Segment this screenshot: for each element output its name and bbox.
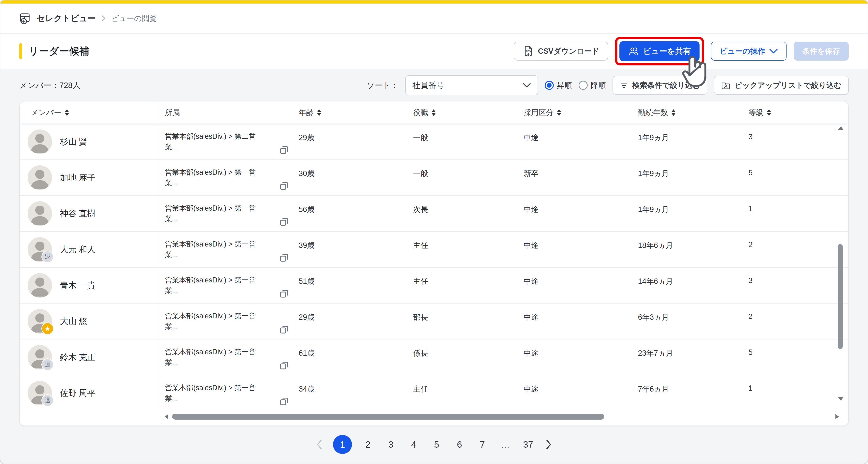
page-button[interactable]: 2 [361, 435, 375, 454]
table-row[interactable]: 退 佐野 周平 営業本部(salesDiv.) > 第一営業... 34歳 主任… [20, 375, 848, 411]
department-text: 営業本部(salesDiv.) > 第一営業... [165, 382, 268, 404]
recruitment-cell: 中途 [524, 124, 638, 160]
sort-arrows-icon[interactable] [767, 109, 771, 116]
ascending-label: 昇順 [557, 80, 572, 90]
prev-page-button[interactable] [315, 438, 324, 451]
duplicate-window-icon[interactable] [279, 288, 289, 299]
select-view-icon [19, 12, 32, 25]
table-row[interactable]: 青木 一貴 営業本部(salesDiv.) > 第一営業... 51歳 主任 中… [20, 268, 848, 303]
department-cell: 営業本部(salesDiv.) > 第一営業... [159, 375, 299, 411]
member-name[interactable]: 青木 一貴 [60, 280, 95, 291]
view-operations-label: ビューの操作 [720, 46, 765, 56]
duplicate-window-icon[interactable] [279, 324, 289, 335]
vertical-scrollbar-thumb[interactable] [838, 244, 843, 349]
status-badge: 退 [41, 251, 54, 263]
radio-ascending[interactable]: 昇順 [545, 80, 572, 90]
duplicate-window-icon[interactable] [279, 396, 289, 407]
next-page-button[interactable] [544, 438, 553, 451]
vertical-scrollbar[interactable] [837, 102, 845, 408]
sort-arrows-icon[interactable] [672, 109, 676, 116]
page-button[interactable]: 3 [384, 435, 398, 454]
tenure-cell: 1年9ヵ月 [638, 160, 748, 195]
avatar: ★ [28, 309, 52, 334]
member-cell: 神谷 直樹 [20, 196, 159, 231]
member-name[interactable]: 大元 和人 [60, 244, 95, 255]
sort-arrows-icon[interactable] [432, 109, 436, 116]
scroll-up-arrow[interactable] [838, 126, 843, 130]
sort-arrows-icon[interactable] [65, 109, 69, 116]
horizontal-scrollbar[interactable] [165, 413, 827, 420]
title-row: リーダー候補 CSV CSVダウンロード [0, 33, 868, 69]
member-cell: 退 鈴木 克正 [20, 340, 159, 375]
column-header[interactable]: 勤続年数 [638, 108, 748, 118]
breadcrumb-root[interactable]: セレクトビュー [37, 13, 96, 24]
age-cell: 30歳 [299, 160, 413, 195]
member-name[interactable]: 鈴木 克正 [60, 352, 95, 363]
horizontal-scrollbar-track[interactable] [172, 414, 827, 419]
sort-select[interactable]: 社員番号 [405, 76, 538, 95]
table-row[interactable]: ★ 大山 悠 営業本部(salesDiv.) > 第一営業... 29歳 部長 … [20, 303, 848, 340]
descending-label: 降順 [591, 80, 606, 90]
table-row[interactable]: 加地 麻子 営業本部(salesDiv.) > 第一営業... 30歳 一般 新… [20, 160, 848, 196]
duplicate-window-icon[interactable] [279, 216, 289, 227]
member-name[interactable]: 大山 悠 [60, 316, 87, 327]
duplicate-window-icon[interactable] [279, 144, 289, 155]
avatar: 退 [28, 381, 52, 405]
column-header[interactable]: 採用区分 [524, 108, 638, 118]
column-header[interactable]: 年齢 [299, 108, 413, 118]
pagination: 1234567…37 [19, 435, 849, 454]
page-button[interactable]: 6 [453, 435, 466, 454]
column-header-label: 所属 [165, 108, 180, 118]
column-header[interactable]: 役職 [413, 108, 524, 118]
position-cell: 主任 [413, 375, 524, 411]
member-cell: ★ 大山 悠 [20, 303, 159, 339]
duplicate-window-icon[interactable] [279, 360, 289, 371]
column-header[interactable]: 等級 [748, 108, 831, 118]
breadcrumb-chevron-icon [101, 14, 106, 22]
save-conditions-button[interactable]: 条件を保存 [794, 41, 849, 61]
scroll-down-arrow[interactable] [838, 397, 843, 401]
member-name[interactable]: 加地 麻子 [60, 172, 95, 183]
person-photo-placeholder [28, 165, 52, 190]
age-cell: 39歳 [299, 232, 413, 267]
position-cell: 係長 [413, 340, 524, 375]
recruitment-cell: 中途 [524, 303, 638, 339]
table-row[interactable]: 退 大元 和人 営業本部(salesDiv.) > 第一営業... 39歳 主任… [20, 232, 848, 268]
recruitment-cell: 新卒 [524, 160, 638, 195]
age-cell: 56歳 [299, 196, 413, 231]
sort-arrows-icon[interactable] [557, 109, 561, 116]
breadcrumb-current: ビューの閲覧 [111, 13, 157, 24]
radio-descending[interactable]: 降順 [579, 80, 606, 90]
page-button[interactable]: 1 [333, 435, 352, 454]
scroll-left-arrow[interactable] [165, 414, 168, 419]
filter-by-pickup-button[interactable]: ピックアップリストで絞り込む [714, 76, 849, 95]
table-row[interactable]: 杉山 賢 営業本部(salesDiv.) > 第二営業... 29歳 一般 中途… [20, 124, 848, 160]
scroll-right-arrow[interactable] [835, 414, 839, 419]
column-header[interactable]: 所属 [159, 102, 299, 123]
tenure-cell: 1年9ヵ月 [638, 196, 748, 231]
column-header[interactable]: メンバー [20, 108, 159, 118]
position-cell: 一般 [413, 160, 524, 195]
page-button[interactable]: 37 [521, 435, 535, 454]
department-cell: 営業本部(salesDiv.) > 第二営業... [159, 124, 299, 160]
view-operations-button[interactable]: ビューの操作 [711, 41, 786, 61]
horizontal-scrollbar-thumb[interactable] [172, 414, 604, 419]
page-button[interactable]: 5 [430, 435, 443, 454]
duplicate-window-icon[interactable] [279, 180, 289, 191]
member-name[interactable]: 神谷 直樹 [60, 208, 95, 219]
sort-arrows-icon[interactable] [317, 109, 321, 116]
controls-row: メンバー：728人 ソート： 社員番号 昇順 降順 [19, 76, 849, 95]
table-row[interactable]: 神谷 直樹 営業本部(salesDiv.) > 第一営業... 56歳 次長 中… [20, 196, 848, 232]
csv-download-button[interactable]: CSV CSVダウンロード [514, 41, 608, 61]
page-button[interactable]: 4 [407, 435, 421, 454]
member-name[interactable]: 杉山 賢 [60, 136, 87, 147]
page-button[interactable]: 7 [475, 435, 489, 454]
sort-select-value: 社員番号 [412, 80, 444, 91]
tenure-cell: 18年6ヵ月 [638, 232, 748, 267]
department-cell: 営業本部(salesDiv.) > 第一営業... [159, 196, 299, 231]
table-row[interactable]: 退 鈴木 克正 営業本部(salesDiv.) > 第一営業... 61歳 係長… [20, 340, 848, 375]
column-header-label: 勤続年数 [638, 108, 668, 118]
column-header-label: メンバー [31, 108, 61, 118]
duplicate-window-icon[interactable] [279, 252, 289, 263]
member-name[interactable]: 佐野 周平 [60, 387, 95, 399]
